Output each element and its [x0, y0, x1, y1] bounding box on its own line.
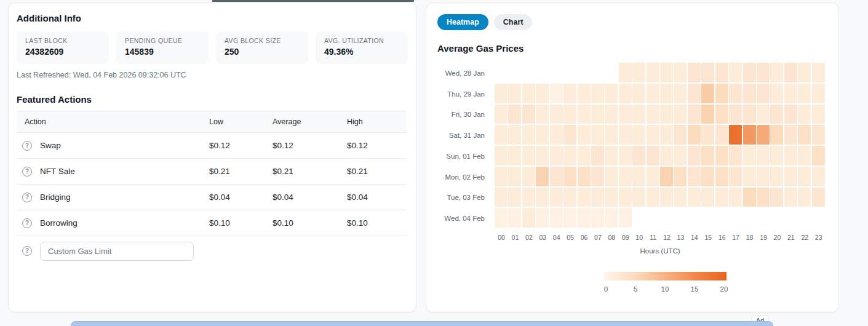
help-icon[interactable]: ? — [22, 193, 32, 202]
heatmap-cell[interactable] — [674, 105, 687, 124]
heatmap-cell[interactable] — [591, 84, 604, 103]
heatmap-cell[interactable] — [619, 167, 632, 186]
heatmap-cell[interactable] — [536, 105, 549, 124]
heatmap-cell[interactable] — [770, 84, 783, 103]
heatmap-cell[interactable] — [715, 125, 728, 145]
help-icon[interactable]: ? — [22, 246, 32, 256]
heatmap-cell[interactable] — [550, 84, 563, 103]
heatmap-cell[interactable] — [508, 146, 521, 165]
heatmap-cell[interactable] — [729, 146, 742, 165]
heatmap-cell[interactable] — [701, 105, 714, 124]
heatmap-cell[interactable] — [536, 146, 549, 165]
heatmap-cell[interactable] — [536, 208, 549, 228]
heatmap-cell[interactable] — [674, 146, 687, 165]
heatmap-cell[interactable] — [770, 146, 783, 165]
heatmap-cell[interactable] — [770, 125, 783, 145]
heatmap-cell[interactable] — [757, 125, 770, 145]
heatmap-cell[interactable] — [508, 125, 521, 145]
heatmap-cell[interactable] — [563, 208, 576, 228]
heatmap-cell[interactable] — [632, 63, 645, 82]
heatmap-cell[interactable] — [508, 188, 521, 207]
heatmap-cell[interactable] — [743, 146, 756, 165]
heatmap-cell[interactable] — [688, 146, 701, 165]
heatmap-cell[interactable] — [701, 167, 714, 186]
heatmap-cell[interactable] — [812, 125, 825, 145]
heatmap-cell[interactable] — [550, 188, 563, 207]
heatmap-cell[interactable] — [508, 105, 521, 124]
help-icon[interactable]: ? — [22, 141, 32, 151]
heatmap-cell[interactable] — [605, 146, 618, 165]
heatmap-cell[interactable] — [563, 167, 576, 186]
heatmap-cell[interactable] — [536, 84, 549, 103]
heatmap-cell[interactable] — [784, 125, 797, 145]
heatmap-cell[interactable] — [743, 63, 756, 82]
heatmap-cell[interactable] — [619, 188, 632, 207]
heatmap-cell[interactable] — [784, 167, 797, 186]
heatmap-cell[interactable] — [495, 146, 508, 165]
heatmap-cell[interactable] — [812, 188, 825, 207]
heatmap-cell[interactable] — [632, 105, 645, 124]
heatmap-cell[interactable] — [701, 188, 714, 207]
heatmap-cell[interactable] — [757, 146, 770, 165]
heatmap-cell[interactable] — [743, 84, 756, 103]
heatmap-cell[interactable] — [757, 63, 770, 82]
heatmap-cell[interactable] — [619, 125, 632, 145]
heatmap-cell[interactable] — [770, 188, 783, 207]
heatmap-cell[interactable] — [798, 146, 811, 165]
heatmap-cell[interactable] — [660, 125, 673, 145]
heatmap-cell[interactable] — [729, 125, 742, 145]
heatmap-cell[interactable] — [550, 146, 563, 165]
heatmap-cell[interactable] — [729, 167, 742, 186]
heatmap-cell[interactable] — [619, 208, 632, 228]
heatmap-cell[interactable] — [784, 105, 797, 124]
heatmap-cell[interactable] — [812, 146, 825, 165]
heatmap-cell[interactable] — [743, 188, 756, 207]
heatmap-cell[interactable] — [729, 84, 742, 103]
heatmap-cell[interactable] — [495, 208, 508, 228]
heatmap-cell[interactable] — [550, 105, 563, 124]
heatmap-cell[interactable] — [591, 125, 604, 145]
heatmap-cell[interactable] — [660, 167, 673, 186]
heatmap-cell[interactable] — [605, 105, 618, 124]
heatmap-cell[interactable] — [647, 105, 659, 124]
heatmap-cell[interactable] — [508, 167, 521, 186]
heatmap-cell[interactable] — [729, 105, 742, 124]
heatmap-cell[interactable] — [660, 105, 673, 124]
heatmap-cell[interactable] — [715, 146, 728, 165]
heatmap-cell[interactable] — [798, 167, 811, 186]
heatmap-cell[interactable] — [674, 84, 687, 103]
heatmap-cell[interactable] — [647, 146, 659, 165]
heatmap-cell[interactable] — [647, 167, 659, 186]
heatmap-cell[interactable] — [743, 125, 756, 145]
heatmap-cell[interactable] — [701, 84, 714, 103]
heatmap-cell[interactable] — [619, 105, 632, 124]
heatmap-cell[interactable] — [563, 105, 576, 124]
heatmap-cell[interactable] — [536, 125, 549, 145]
heatmap-cell[interactable] — [757, 188, 770, 207]
heatmap-cell[interactable] — [715, 63, 728, 82]
heatmap-cell[interactable] — [647, 84, 659, 103]
heatmap-cell[interactable] — [619, 146, 632, 165]
heatmap-cell[interactable] — [632, 84, 645, 103]
heatmap-cell[interactable] — [784, 84, 797, 103]
heatmap-cell[interactable] — [605, 167, 618, 186]
custom-gas-limit-input[interactable] — [40, 242, 194, 261]
heatmap-cell[interactable] — [715, 188, 728, 207]
heatmap-cell[interactable] — [812, 63, 825, 82]
heatmap-cell[interactable] — [536, 167, 549, 186]
heatmap-cell[interactable] — [647, 125, 659, 145]
heatmap-cell[interactable] — [536, 188, 549, 207]
heatmap-cell[interactable] — [522, 188, 535, 207]
heatmap-cell[interactable] — [798, 105, 811, 124]
heatmap-cell[interactable] — [674, 188, 687, 207]
heatmap-cell[interactable] — [495, 125, 508, 145]
heatmap-cell[interactable] — [550, 125, 563, 145]
heatmap-cell[interactable] — [660, 188, 673, 207]
heatmap-cell[interactable] — [591, 105, 604, 124]
heatmap-cell[interactable] — [591, 167, 604, 186]
heatmap-cell[interactable] — [812, 105, 825, 124]
heatmap-cell[interactable] — [674, 125, 687, 145]
heatmap-cell[interactable] — [522, 125, 535, 145]
heatmap-cell[interactable] — [798, 188, 811, 207]
heatmap-cell[interactable] — [729, 63, 742, 82]
